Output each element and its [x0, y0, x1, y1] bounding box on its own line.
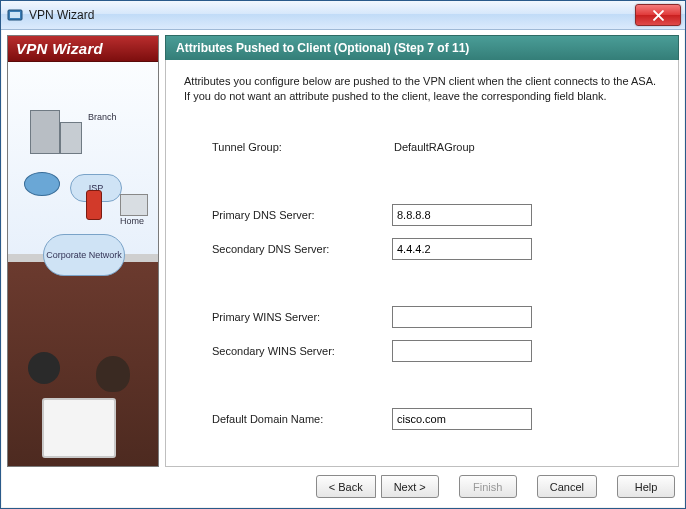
- sidebar-illustration: Branch ISP Home Corporate Network: [8, 62, 158, 466]
- home-label: Home: [120, 216, 144, 226]
- secondary-wins-input[interactable]: [392, 340, 532, 362]
- secondary-dns-label: Secondary DNS Server:: [212, 243, 392, 255]
- primary-dns-input[interactable]: [392, 204, 532, 226]
- router-icon: [24, 172, 60, 196]
- person-icon: [28, 352, 60, 384]
- finish-button: Finish: [459, 475, 517, 498]
- svg-rect-1: [10, 12, 20, 18]
- branch-label: Branch: [88, 112, 117, 122]
- step-header: Attributes Pushed to Client (Optional) (…: [165, 35, 679, 60]
- secondary-dns-input[interactable]: [392, 238, 532, 260]
- help-button[interactable]: Help: [617, 475, 675, 498]
- sidebar-title: VPN Wizard: [8, 36, 158, 62]
- wizard-sidebar: VPN Wizard Branch ISP Home C: [7, 35, 159, 467]
- vpn-wizard-window: VPN Wizard VPN Wizard Branch: [0, 0, 686, 509]
- tunnel-group-value: DefaultRAGroup: [392, 141, 534, 153]
- wizard-main-panel: Attributes Pushed to Client (Optional) (…: [165, 35, 679, 467]
- house-icon: [120, 194, 148, 216]
- app-icon: [7, 7, 23, 23]
- wizard-footer: < Back Next > Finish Cancel Help: [1, 467, 685, 508]
- building-icon: [30, 110, 60, 154]
- step-body: Attributes you configure below are pushe…: [165, 60, 679, 467]
- monitor-icon: [42, 398, 116, 458]
- cancel-button[interactable]: Cancel: [537, 475, 597, 498]
- attributes-form: Tunnel Group: DefaultRAGroup Primary DNS…: [184, 130, 660, 436]
- close-button[interactable]: [635, 4, 681, 26]
- primary-wins-label: Primary WINS Server:: [212, 311, 392, 323]
- titlebar: VPN Wizard: [1, 1, 685, 30]
- default-domain-input[interactable]: [392, 408, 532, 430]
- tunnel-group-label: Tunnel Group:: [212, 141, 392, 153]
- building-icon: [60, 122, 82, 154]
- primary-wins-input[interactable]: [392, 306, 532, 328]
- close-icon: [653, 10, 664, 21]
- corporate-cloud-icon: Corporate Network: [43, 234, 125, 276]
- step-instructions: Attributes you configure below are pushe…: [184, 74, 660, 104]
- secondary-wins-label: Secondary WINS Server:: [212, 345, 392, 357]
- next-button[interactable]: Next >: [381, 475, 439, 498]
- firewall-icon: [86, 190, 102, 220]
- primary-dns-label: Primary DNS Server:: [212, 209, 392, 221]
- window-title: VPN Wizard: [29, 8, 94, 22]
- back-button[interactable]: < Back: [316, 475, 376, 498]
- person-icon: [96, 356, 130, 392]
- default-domain-label: Default Domain Name:: [212, 413, 392, 425]
